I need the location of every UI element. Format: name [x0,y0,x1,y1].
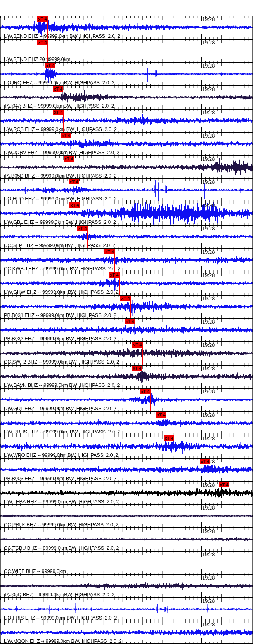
pick-marker[interactable]: xT 4 [132,366,142,371]
station-label: UW.GHW EHZ -- 99999.0km BW HIGHPASS 2.0 … [4,290,118,294]
pick-marker[interactable]: xT 4 [109,272,120,278]
pick-marker[interactable]: xT 4 [164,435,174,441]
pick-marker[interactable]: xT 4 [120,296,131,301]
station-label: CC.TCBU BHZ -- 99999.0km BW HIGHPASS 2.0… [4,546,119,550]
station-label: UO.HUO EHZ -- 99999.0km BW HIGHPASS 2.0 … [4,197,117,201]
minute-time-label: 19:28 [202,343,215,348]
pick-marker[interactable]: xT 4 [64,156,74,162]
minute-time-label: 19:28 [202,87,215,92]
minute-time-label: 19:28 [202,389,215,394]
minute-time-label: 19:28 [202,273,215,278]
minute-time-label: 19:28 [202,63,215,68]
pick-marker[interactable]: xT 4 [156,412,166,418]
station-label: PB.B031 EHZ -- 99999.0km BW HIGHPASS 2.0… [4,313,116,318]
pick-marker[interactable]: xT 4 [45,63,55,68]
station-label: UW.GUL EHZ -- 99999.0km BW HIGHPASS 2.0 … [4,406,116,411]
minute-time-label: 19:28 [202,203,215,208]
pick-marker[interactable]: xT 4 [132,342,143,348]
station-label: UO.FRIS EHZ -- 99999.0km BW HIGHPASS 2.0… [4,616,117,620]
minute-time-label: 19:28 [202,40,215,45]
minute-time-label: 19:28 [202,179,215,184]
station-label: TA.I05D BHZ -- 99999.0km BW HIGHPASS 2.0… [4,592,114,597]
minute-time-label: 19:28 [202,436,215,441]
station-label: UW.LEBA HHZ -- 99999.0km BW HIGHPASS 2.0… [4,500,119,504]
station-label: UW.WPO EHZ -- 99999.0km BW HIGHPASS 2.0 … [4,453,118,458]
pick-marker[interactable]: xT 4 [140,389,151,394]
pick-marker[interactable]: xT 4 [53,110,64,115]
minute-time-label: 19:28 [202,413,215,418]
minute-time-label: 19:28 [202,319,215,324]
minute-time-label: 19:28 [202,552,215,557]
pick-marker[interactable]: xT 4 [104,249,115,254]
station-label: UW.BEND EHZ -- 99999.0km BW HIGHPASS 2.0… [4,34,120,38]
minute-time-label: 19:28 [202,366,215,371]
minute-time-label: 19:28 [202,226,215,231]
minute-time-label: 19:28 [202,505,215,510]
minute-time-label: 19:28 [202,17,215,22]
minute-time-label: 19:28 [202,157,215,162]
minute-time-label: 19:28 [202,482,215,487]
minute-time-label: 19:28 [202,575,215,580]
pick-marker[interactable]: xT 4 [77,226,88,231]
pick-marker[interactable]: xT 4 [61,133,71,138]
pick-marker[interactable]: xT 4 [69,202,80,208]
station-label: UW.RRHS EHZ -- 99999.0km BW HIGHPASS 2.0… [4,430,120,434]
station-label: CC.KWBU EHZ -- 99999.0km BW HIGHPASS 2.0… [4,266,120,271]
minute-time-label: 19:28 [202,296,215,301]
station-label: CC.SWF2 BHZ -- 99999.0km BW HIGHPASS 2.0… [4,360,119,364]
minute-time-label: 19:28 [202,110,215,115]
station-label: PB.B032 EHZ -- 99999.0km BW HIGHPASS 2.0… [4,336,116,341]
station-label: CC.SEP EHZ -- 99999.0km BW HIGHPASS 2.0 … [4,243,115,248]
station-label: UW.MOON EHZ -- 99999.0km BW HIGHPASS 2.0… [4,639,122,644]
station-label: UO.IRO EHZ -- 99999.0km BW HIGHPASS 2.0 … [4,80,114,85]
station-label: CC.PRLK BHZ -- 99999.0km BW HIGHPASS 2.0… [4,522,118,527]
minute-time-label: 19:28 [202,622,215,627]
station-label: CC.WIFE BHZ -- 99999.0km [4,569,66,574]
station-label: PB.B003 EHZ -- 99999.0km BW HIGHPASS 2.0… [4,476,116,481]
pick-marker[interactable]: xT 4 [53,86,63,92]
trace-rows: 19:28UW.BEND EHZ -- 99999.0km BW HIGHPAS… [0,0,253,644]
station-label: UW.GBL EHZ -- 99999.0km BW HIGHPASS 2.0 … [4,220,116,225]
pick-marker[interactable]: xT 4 [219,482,229,487]
station-label: UW.BEND EHZ 20 99999.0km [4,57,71,62]
station-label: TA.I04A BHZ -- 99999.0km BW HIGHPASS 2.0… [4,104,114,108]
minute-time-label: 19:28 [202,249,215,254]
station-label: UW.RCS EHZ -- 99999.0km BW HIGHPASS 2.0 … [4,127,117,132]
minute-time-label: 19:28 [202,529,215,534]
station-label: UW.DAVN BHZ -- 99999.0km BW HIGHPASS 2.0… [4,383,120,388]
pick-marker[interactable]: xT 4 [37,16,48,22]
minute-time-label: 19:28 [202,599,215,604]
pick-marker[interactable]: xT 4 [125,319,135,324]
pick-marker[interactable]: xT 4 [200,459,210,464]
station-label: UW.JORV EHZ -- 99999.0km BW HIGHPASS 2.0… [4,150,120,155]
station-label: TA.B05D BHZ -- 99999.0km BW HIGHPASS 2.0… [4,174,116,178]
minute-time-label: 19:28 [202,133,215,138]
pick-marker[interactable]: xT 4 [69,179,79,184]
seismogram-viewer-window: 60824697 UW Jul 22, 2014 19:27:29.00 44.… [0,0,253,644]
pick-marker[interactable]: xT 4 [37,40,48,45]
